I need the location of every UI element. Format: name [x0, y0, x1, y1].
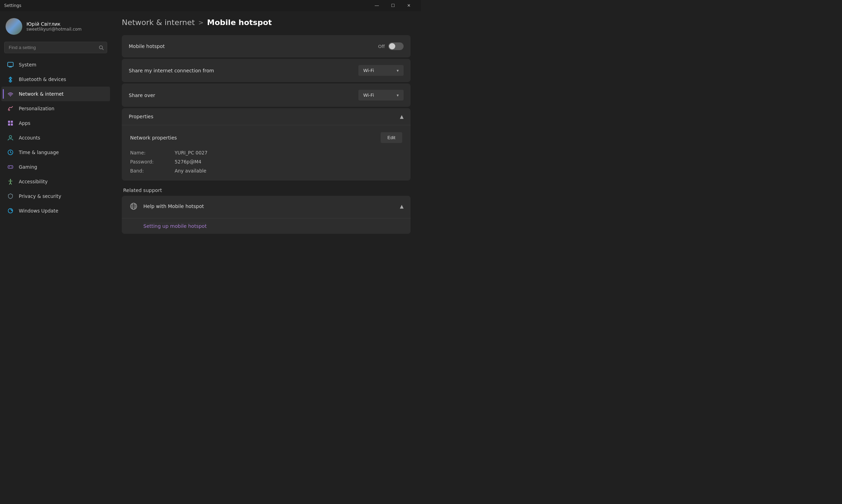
- maximize-button[interactable]: ☐: [385, 0, 401, 11]
- user-email: sweetlikyuri@hotmail.com: [26, 27, 82, 32]
- hotspot-control: Off: [378, 42, 404, 50]
- sidebar-item-network[interactable]: Network & internet: [1, 87, 110, 101]
- svg-rect-15: [8, 166, 13, 168]
- titlebar: Settings — ☐ ✕: [0, 0, 421, 11]
- share-over-arrow-icon: ▾: [397, 93, 399, 98]
- sidebar-item-accounts-label: Accounts: [19, 135, 40, 141]
- sidebar-item-privacy[interactable]: Privacy & security: [1, 189, 110, 203]
- name-key: Name:: [130, 150, 172, 155]
- help-globe-icon: [129, 201, 138, 211]
- sidebar-item-accessibility-label: Accessibility: [19, 179, 48, 184]
- edit-button[interactable]: Edit: [381, 132, 402, 143]
- network-properties-title: Network properties: [130, 135, 177, 141]
- sidebar-item-accounts[interactable]: Accounts: [1, 130, 110, 145]
- sidebar-item-gaming[interactable]: Gaming: [1, 160, 110, 174]
- share-over-dropdown[interactable]: Wi-Fi ▾: [358, 90, 404, 101]
- breadcrumb-separator: >: [198, 19, 204, 26]
- breadcrumb-current: Mobile hotspot: [207, 18, 272, 27]
- hotspot-row: Mobile hotspot Off: [122, 35, 411, 57]
- hotspot-label: Mobile hotspot: [129, 43, 378, 49]
- svg-point-5: [10, 96, 11, 96]
- minimize-button[interactable]: —: [369, 0, 385, 11]
- window-title: Settings: [4, 3, 369, 8]
- window-controls: — ☐ ✕: [369, 0, 417, 11]
- password-key: Password:: [130, 159, 172, 165]
- svg-rect-2: [8, 62, 13, 66]
- svg-line-14: [10, 152, 11, 153]
- sidebar-item-personalization-label: Personalization: [19, 106, 54, 111]
- sidebar-item-system-label: System: [19, 62, 36, 67]
- sidebar-item-personalization[interactable]: Personalization: [1, 101, 110, 116]
- support-chevron-icon: ▲: [400, 203, 404, 209]
- search-input[interactable]: [4, 42, 107, 53]
- toggle-knob: [389, 43, 395, 49]
- sidebar-item-update-label: Windows Update: [19, 208, 58, 214]
- update-icon: [7, 207, 14, 214]
- user-name: Юрій Світлик: [26, 21, 82, 27]
- breadcrumb-parent[interactable]: Network & internet: [122, 18, 195, 27]
- share-from-arrow-icon: ▾: [397, 68, 399, 73]
- sidebar-item-system[interactable]: System: [1, 57, 110, 72]
- setup-mobile-hotspot-link[interactable]: Setting up mobile hotspot: [143, 223, 207, 229]
- sidebar-item-apps[interactable]: Apps: [1, 116, 110, 130]
- properties-chevron-icon: ▲: [400, 114, 404, 119]
- privacy-icon: [7, 193, 14, 200]
- share-over-row: Share over Wi-Fi ▾: [122, 83, 411, 107]
- user-info: Юрій Світлик sweetlikyuri@hotmail.com: [26, 21, 82, 32]
- share-from-dropdown[interactable]: Wi-Fi ▾: [358, 65, 404, 76]
- sidebar-item-privacy-label: Privacy & security: [19, 193, 61, 199]
- system-icon: [7, 61, 14, 68]
- close-button[interactable]: ✕: [401, 0, 417, 11]
- svg-point-19: [11, 166, 12, 167]
- svg-rect-8: [11, 121, 13, 123]
- accounts-icon: [7, 134, 14, 141]
- hotspot-toggle[interactable]: [388, 42, 404, 50]
- setup-link-container: Setting up mobile hotspot: [122, 218, 411, 234]
- share-over-card: Share over Wi-Fi ▾: [122, 83, 411, 107]
- hotspot-card: Mobile hotspot Off: [122, 35, 411, 57]
- sidebar-item-apps-label: Apps: [19, 120, 30, 126]
- avatar-image: [6, 18, 22, 35]
- settings-window: Settings — ☐ ✕ Юрій Світлик sweetlikyuri…: [0, 0, 421, 252]
- svg-rect-3: [9, 67, 12, 67]
- sidebar-item-accessibility[interactable]: Accessibility: [1, 174, 110, 189]
- support-card: Help with Mobile hotspot ▲ Setting up mo…: [122, 196, 411, 234]
- sidebar-item-bluetooth-label: Bluetooth & devices: [19, 77, 66, 82]
- sidebar: Юрій Світлик sweetlikyuri@hotmail.com: [0, 11, 111, 252]
- apps-icon: [7, 120, 14, 127]
- share-over-value: Wi-Fi: [363, 93, 374, 98]
- sidebar-item-update[interactable]: Windows Update: [1, 203, 110, 218]
- svg-point-20: [11, 167, 12, 168]
- sidebar-item-bluetooth[interactable]: Bluetooth & devices: [1, 72, 110, 87]
- svg-point-11: [9, 136, 12, 138]
- share-over-label: Share over: [129, 93, 358, 98]
- svg-point-21: [10, 179, 11, 180]
- password-value: 5276p@M4: [175, 159, 402, 165]
- svg-rect-7: [8, 121, 10, 123]
- personalization-icon: [7, 105, 14, 112]
- properties-body: Network properties Edit Name: YURI_PC 00…: [122, 125, 411, 181]
- prop-top: Network properties Edit: [130, 132, 402, 143]
- user-card[interactable]: Юрій Світлик sweetlikyuri@hotmail.com: [0, 14, 111, 42]
- sidebar-item-time-label: Time & language: [19, 150, 59, 155]
- hotspot-state-label: Off: [378, 44, 385, 49]
- help-hotspot-label: Help with Mobile hotspot: [143, 203, 395, 209]
- sidebar-item-time[interactable]: Time & language: [1, 145, 110, 160]
- main-content: Юрій Світлик sweetlikyuri@hotmail.com: [0, 11, 421, 252]
- network-icon: [7, 90, 14, 97]
- properties-card: Properties ▲ Network properties Edit Nam…: [122, 108, 411, 181]
- properties-label: Properties: [129, 114, 400, 119]
- svg-rect-10: [11, 123, 13, 126]
- gaming-icon: [7, 163, 14, 170]
- share-from-value: Wi-Fi: [363, 68, 374, 73]
- svg-rect-9: [8, 123, 10, 126]
- help-hotspot-item[interactable]: Help with Mobile hotspot ▲: [122, 196, 411, 217]
- svg-point-6: [8, 109, 10, 111]
- properties-header[interactable]: Properties ▲: [122, 108, 411, 125]
- accessibility-icon: [7, 178, 14, 185]
- related-support-title: Related support: [122, 187, 411, 193]
- svg-line-25: [10, 183, 11, 184]
- name-value: YURI_PC 0027: [175, 150, 402, 155]
- band-key: Band:: [130, 168, 172, 174]
- share-from-card: Share my internet connection from Wi-Fi …: [122, 59, 411, 82]
